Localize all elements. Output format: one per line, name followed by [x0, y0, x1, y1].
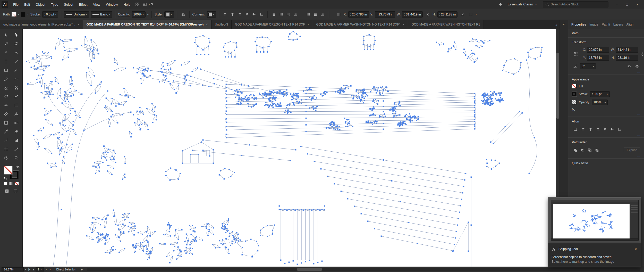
align-hcenter-icon[interactable] [229, 11, 236, 18]
tab-close-icon[interactable]: × [206, 22, 208, 26]
gradient-button[interactable] [9, 182, 13, 185]
dist-h-icon[interactable] [278, 11, 284, 18]
tab-overflow-icon[interactable]: » [555, 20, 557, 29]
menu-object[interactable]: Object [33, 0, 48, 9]
dist-top-icon[interactable] [319, 11, 326, 18]
dist-v-icon[interactable] [270, 11, 277, 18]
tab-close-icon[interactable]: × [307, 22, 309, 26]
unite-icon[interactable] [572, 147, 579, 153]
minimize-button[interactable]: – [612, 1, 622, 8]
panel-constrain-icon[interactable] [640, 51, 644, 57]
shaper-tool[interactable] [12, 75, 21, 83]
stroke-weight-field[interactable]: ▴▾ 0.5 pt ▾ [42, 11, 58, 18]
mesh-tool[interactable] [2, 119, 11, 127]
document-tab[interactable]: god made a farmer good elements [Recover… [0, 20, 83, 29]
menu-window[interactable]: Window [103, 0, 121, 9]
magic-wand-tool[interactable] [2, 40, 11, 48]
shape-builder-tool[interactable] [2, 110, 11, 118]
appearance-more-options-icon[interactable]: … [637, 112, 641, 116]
opacity-field[interactable]: 100% ▾ [132, 11, 146, 18]
effects-button[interactable]: fx. [572, 108, 575, 111]
status-menu-icon[interactable]: ▶ [81, 268, 83, 271]
menu-type[interactable]: Type [48, 0, 61, 9]
appearance-stroke-weight-field[interactable]: ▴▾ 0.5 pt ▾ [590, 91, 610, 97]
align-more-options-icon[interactable]: … [637, 133, 641, 136]
panel-h-field[interactable]: 23.119 in [616, 55, 638, 61]
zoom-dropdown-icon[interactable]: ▾ [25, 268, 26, 271]
next-artboard-icon[interactable]: ▸ [45, 268, 48, 271]
style-label[interactable]: Style: [155, 13, 163, 16]
more-transform-icon[interactable] [467, 11, 474, 18]
transform-more-chevron-icon[interactable]: ▾ [476, 13, 477, 15]
flip-vertical-icon[interactable] [634, 63, 640, 69]
w-field[interactable]: ▴▾31.4419 in [402, 11, 423, 18]
panel-tab-layers[interactable]: Layers [613, 23, 623, 26]
gradient-tool[interactable] [12, 119, 21, 127]
align-vcenter-icon[interactable] [251, 11, 257, 18]
opacity-label[interactable]: Opacity: [118, 13, 130, 16]
workspace-switcher[interactable]: Essentials Classic ▾ [505, 3, 540, 6]
type-tool[interactable] [2, 57, 11, 65]
vertical-scrollbar-thumb[interactable] [556, 53, 559, 119]
width-profile-dropdown[interactable]: Uniform ▾ [64, 11, 89, 18]
align-top-icon[interactable] [243, 11, 250, 18]
default-fill-stroke-icon[interactable] [3, 176, 7, 180]
horizontal-scrollbar[interactable] [87, 268, 640, 271]
appearance-fill-label[interactable]: Fill [579, 85, 583, 88]
menu-file[interactable]: File [10, 0, 21, 9]
scale-tool[interactable] [12, 93, 21, 101]
menu-view[interactable]: View [90, 0, 103, 9]
artboard-tool[interactable] [2, 145, 11, 153]
canvas-area[interactable] [23, 29, 560, 267]
collapse-panels-icon[interactable]: « [563, 22, 565, 26]
fill-stroke-control[interactable] [4, 166, 19, 179]
stroke-stepper-icon[interactable]: ▴▾ [44, 13, 45, 16]
menu-select[interactable]: Select [61, 0, 76, 9]
menu-effect[interactable]: Effect [76, 0, 90, 9]
expand-button[interactable]: Expand [624, 147, 640, 153]
curvature-tool[interactable] [12, 49, 21, 57]
document-tab[interactable]: GOD MADE A FARMER OREGON TEXT R14 DXF× [232, 20, 313, 29]
align-vcenter-icon[interactable] [609, 126, 615, 132]
none-button[interactable] [15, 182, 19, 185]
dist-left-icon[interactable] [285, 11, 292, 18]
artboard-number-field[interactable]: 1 ▾ [36, 267, 44, 271]
corners-dropdown[interactable]: ▾ [207, 11, 216, 18]
align-top-icon[interactable] [601, 126, 608, 132]
pen-tool[interactable] [2, 49, 11, 57]
direct-selection-tool[interactable] [12, 31, 21, 39]
screen-mode-icon[interactable] [12, 188, 19, 194]
width-tool[interactable] [2, 101, 11, 109]
document-tab[interactable]: Untitled-3 [211, 20, 232, 29]
tab-close-icon[interactable]: × [403, 22, 405, 26]
transform-more-options-icon[interactable]: … [637, 70, 641, 73]
horizontal-scrollbar-thumb[interactable] [297, 268, 322, 271]
stroke-chevron-icon[interactable]: ▾ [27, 13, 29, 15]
scissors-tool[interactable] [12, 84, 21, 92]
pathfinder-more-options-icon[interactable]: … [637, 154, 641, 157]
x-field[interactable]: ▴▾20.0786 in [348, 11, 369, 18]
app-icon[interactable]: Ai [2, 1, 8, 8]
last-artboard-icon[interactable]: ▸| [49, 268, 52, 271]
appearance-stroke-label[interactable]: Stroke [579, 92, 588, 96]
symbol-sprayer-tool[interactable] [2, 136, 11, 144]
appearance-fill-swatch[interactable] [572, 84, 577, 89]
restore-button[interactable]: □ [622, 1, 632, 8]
flip-horizontal-icon[interactable] [626, 63, 632, 69]
y-field[interactable]: ▴▾13.7679 in [375, 11, 395, 18]
line-segment-tool[interactable] [12, 57, 21, 65]
arrange-documents-chevron-icon[interactable]: ▾ [149, 3, 150, 6]
style-dropdown[interactable]: ▾ [164, 11, 174, 18]
hand-tool[interactable] [2, 154, 11, 162]
panel-tab-align[interactable]: Align [626, 23, 633, 26]
prev-artboard-icon[interactable]: ◂ [32, 268, 34, 271]
menu-edit[interactable]: Edit [21, 0, 33, 9]
intersect-icon[interactable] [586, 147, 593, 153]
pencil-tool[interactable] [2, 75, 11, 83]
document-tab[interactable]: GOD MADE A FARMER OREGON NO TEXT R14 DXF… [83, 20, 211, 29]
rotate-tool[interactable] [2, 93, 11, 101]
appearance-stroke-swatch[interactable] [572, 92, 577, 96]
align-hcenter-icon[interactable] [587, 126, 594, 132]
panel-y-field[interactable]: 13.768 in [587, 55, 609, 61]
minus-front-icon[interactable] [579, 147, 586, 153]
